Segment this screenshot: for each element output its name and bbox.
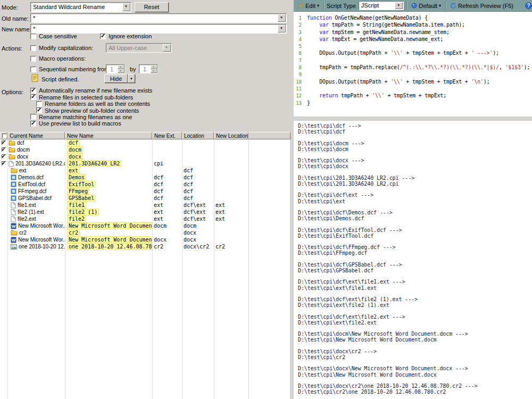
new-name-field[interactable]: docx xyxy=(67,153,83,160)
new-name-field[interactable]: file2 (1) xyxy=(67,209,99,215)
default-menu-button[interactable]: Default ▾ xyxy=(410,2,443,10)
row-checkbox[interactable] xyxy=(2,147,6,152)
column-header-new-location[interactable]: New Location xyxy=(214,132,248,139)
option-row[interactable]: Show preview of sub-folder contents xyxy=(36,107,152,113)
spinner-arrows[interactable] xyxy=(151,65,157,73)
new-name-field[interactable]: file1 xyxy=(67,202,86,209)
row-checkbox[interactable] xyxy=(2,161,6,166)
line-number: 8 xyxy=(294,64,303,71)
new-name-field[interactable]: ExifTool xyxy=(67,181,96,188)
chevron-down-icon[interactable] xyxy=(122,3,130,11)
new-name-field[interactable]: docm xyxy=(67,146,83,153)
new-name-field[interactable]: one 2018-10-20 12.46.08.780 xyxy=(67,243,152,250)
file-row[interactable]: cr2cr2docx xyxy=(0,229,290,236)
file-row[interactable]: WNew Microsoft Wor...New Microsoft Word … xyxy=(0,236,290,243)
file-row[interactable]: extextdcf xyxy=(0,167,290,174)
spin-up-icon[interactable] xyxy=(151,65,157,69)
code-segment: tmpPath + xyxy=(338,93,372,98)
file-row[interactable]: 201.3D3A6240 LR2.cpi201.3D3A6240 LR2cpi xyxy=(0,160,290,167)
macro-operations-checkbox[interactable]: Macro operations: xyxy=(30,55,86,62)
new-name-field[interactable]: 201.3D3A6240 LR2 xyxy=(67,160,121,167)
file-row[interactable]: file2.extfile2extdcf\extext xyxy=(0,215,290,222)
file-row[interactable]: Demos.dcfDemosdcfdcf xyxy=(0,174,290,181)
new-name-field[interactable]: Demos xyxy=(67,174,86,181)
new-name-field[interactable]: GPSBabel xyxy=(67,195,96,202)
new-name-field[interactable]: New Microsoft Word Document xyxy=(67,236,152,243)
new-name-field[interactable]: cr2 xyxy=(67,229,80,236)
checkbox-box[interactable] xyxy=(30,34,36,39)
column-header-new-name[interactable]: New Name xyxy=(65,132,152,139)
numbering-by-spinner[interactable]: 1 xyxy=(139,64,158,73)
option-checkbox-3[interactable] xyxy=(36,107,42,113)
option-checkbox-1[interactable] xyxy=(30,94,36,100)
option-row[interactable]: Automatically rename if new filename exi… xyxy=(30,87,152,94)
checkbox-box[interactable] xyxy=(30,45,36,51)
code-text: function OnGetNewName(getNewNameData) { xyxy=(303,14,428,21)
spinner-arrows[interactable] xyxy=(118,65,124,73)
file-row[interactable]: ExifTool.dcfExifTooldcfdcf xyxy=(0,181,290,188)
column-header-location[interactable]: Location xyxy=(182,132,214,139)
modify-capitalization-checkbox[interactable]: Modify capitalization: xyxy=(30,45,93,51)
chevron-down-icon[interactable] xyxy=(278,14,286,22)
script-code-editor[interactable]: 1function OnGetNewName(getNewNameData) {… xyxy=(294,12,532,117)
ignore-extension-checkbox[interactable]: Ignore extension xyxy=(100,33,152,39)
chevron-down-icon[interactable] xyxy=(278,25,286,32)
row-checkbox[interactable] xyxy=(2,140,6,145)
script-type-select[interactable]: JScript xyxy=(359,1,404,10)
new-name-field[interactable]: FFmpeg xyxy=(67,188,89,195)
spin-up-icon[interactable] xyxy=(118,65,124,69)
new-ext: docm xyxy=(152,222,182,229)
new-name-input[interactable]: * xyxy=(30,24,287,34)
new-name-field[interactable]: dcf xyxy=(67,139,80,146)
sequential-numbering-checkbox[interactable]: Sequential numbering from: xyxy=(30,66,111,72)
option-label: Rename matching filenames as one xyxy=(39,114,132,120)
old-name-input[interactable]: * xyxy=(30,13,287,23)
option-checkbox-0[interactable] xyxy=(30,88,36,94)
hide-dropdown-arrow[interactable]: ▼ xyxy=(128,74,135,83)
file-row[interactable]: file1.extfile1extdcf\extext xyxy=(0,202,290,209)
numbering-from-spinner[interactable]: 1 xyxy=(106,64,125,73)
column-header-current-name[interactable]: Current Name xyxy=(7,132,65,139)
row-check-cell xyxy=(0,160,7,167)
chevron-down-icon[interactable] xyxy=(395,2,403,9)
option-row[interactable]: Rename matching filenames as one xyxy=(30,114,152,120)
spin-down-icon[interactable] xyxy=(118,69,124,73)
option-row[interactable]: Rename folders as well as their contents xyxy=(36,101,152,107)
current-name-cell: file1.ext xyxy=(7,202,65,209)
hide-button[interactable]: Hide xyxy=(104,74,128,83)
option-row[interactable]: Use preview list to build macros xyxy=(30,120,152,127)
help-button[interactable]: ? xyxy=(525,2,532,9)
spin-down-icon[interactable] xyxy=(151,69,157,73)
file-row[interactable]: docmdocm xyxy=(0,146,290,153)
edit-menu-button[interactable]: Edit ▾ xyxy=(296,2,321,10)
option-checkbox-5[interactable] xyxy=(30,121,36,127)
new-name-field[interactable]: New Microsoft Word Document xyxy=(67,222,152,229)
file-row[interactable]: WNew Microsoft Wor...New Microsoft Word … xyxy=(0,222,290,229)
column-header-new-ext[interactable]: New Ext. xyxy=(152,132,182,139)
file-row[interactable]: GPSBabel.dcfGPSBabeldcfdcf xyxy=(0,195,290,202)
option-checkbox-4[interactable] xyxy=(30,114,36,120)
file-preview-list[interactable]: dcfdcfdocmdocmdocxdocx201.3D3A6240 LR2.c… xyxy=(0,139,290,399)
option-row[interactable]: Rename files in selected sub-folders xyxy=(30,94,152,100)
checkbox-box[interactable] xyxy=(100,34,106,39)
reset-button[interactable]: Reset xyxy=(135,2,169,12)
checkbox-box[interactable] xyxy=(30,56,36,62)
select-all-header-cell[interactable] xyxy=(0,132,7,139)
row-checkbox[interactable] xyxy=(2,154,6,159)
new-name-field[interactable]: file2 xyxy=(67,215,86,222)
option-checkbox-2[interactable] xyxy=(36,101,42,107)
mode-select[interactable]: Standard Wildcard Rename xyxy=(30,2,131,12)
case-sensitive-checkbox[interactable]: Case sensitive xyxy=(30,33,77,39)
new-name-field[interactable]: ext xyxy=(67,167,80,174)
refresh-preview-button[interactable]: Refresh Preview (F5) xyxy=(448,2,515,10)
old-name-value: * xyxy=(33,15,35,21)
file-row[interactable]: file2 (1).extfile2 (1)extdcf\extext xyxy=(0,209,290,215)
file-row[interactable]: dcfdcf xyxy=(0,139,290,146)
file-row[interactable]: FFmpeg.dcfFFmpegdcfdcf xyxy=(0,188,290,195)
file-row[interactable]: one 2018-10-20 12.4...one 2018-10-20 12.… xyxy=(0,243,290,250)
capitalization-value: All Upper-case xyxy=(109,45,147,51)
file-row[interactable]: docxdocx xyxy=(0,153,290,160)
select-all-checkbox[interactable] xyxy=(2,134,7,138)
current-name: file1.ext xyxy=(18,202,36,208)
checkbox-box[interactable] xyxy=(30,66,36,72)
